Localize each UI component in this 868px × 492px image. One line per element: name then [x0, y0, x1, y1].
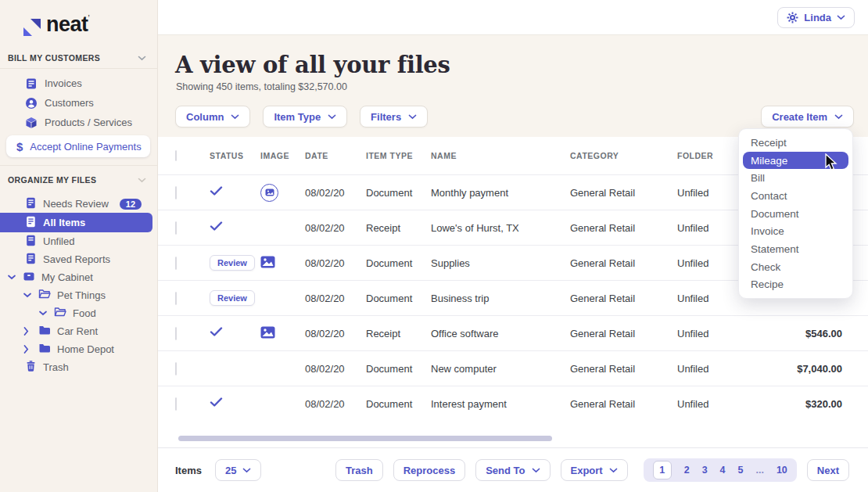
table-row[interactable]: 08/02/20 Document Interest payment Gener…	[158, 386, 868, 421]
chevron-down-icon[interactable]	[23, 293, 32, 298]
user-menu-button[interactable]: Linda	[777, 7, 855, 28]
button-label: Item Type	[274, 111, 321, 123]
sidebar-item-label: Pet Things	[57, 289, 106, 301]
chevron-down-icon[interactable]	[39, 311, 48, 316]
sidebar-item-home-depot[interactable]: Home Depot	[0, 340, 157, 358]
cell-category: General Retail	[570, 257, 677, 269]
cell-date: 08/02/20	[305, 363, 366, 375]
menu-item-recipe[interactable]: Recipe	[739, 276, 852, 294]
chevron-right-icon[interactable]	[23, 327, 32, 336]
menu-item-check[interactable]: Check	[739, 258, 852, 276]
row-checkbox[interactable]	[175, 257, 177, 270]
item-type-dropdown-button[interactable]: Item Type	[263, 106, 347, 127]
menu-item-statement[interactable]: Statement	[739, 240, 852, 258]
menu-item-bill[interactable]: Bill	[739, 169, 852, 187]
row-checkbox[interactable]	[175, 292, 177, 305]
next-page-button[interactable]: Next	[807, 459, 849, 481]
select-all-checkbox[interactable]	[175, 150, 177, 161]
image-square-icon[interactable]	[260, 326, 275, 339]
footer-actions: Trash Reprocess Send To Export 1 2	[335, 458, 849, 482]
sidebar-item-saved-reports[interactable]: Saved Reports	[0, 250, 157, 268]
menu-item-mileage[interactable]: Mileage	[743, 152, 848, 170]
page-size-dropdown[interactable]: 25	[215, 459, 261, 481]
dollar-icon: $	[16, 140, 23, 153]
menu-item-invoice[interactable]: Invoice	[739, 222, 852, 240]
horizontal-scrollbar[interactable]	[178, 436, 552, 441]
send-to-dropdown-button[interactable]: Send To	[475, 459, 550, 481]
sidebar-item-unfiled[interactable]: Unfiled	[0, 232, 157, 250]
export-dropdown-button[interactable]: Export	[561, 459, 628, 481]
column-header-image: IMAGE	[260, 151, 305, 160]
trash-button[interactable]: Trash	[335, 459, 383, 481]
sidebar-item-label: Home Depot	[57, 343, 114, 355]
column-header-item-type: ITEM TYPE	[366, 151, 431, 160]
page-button-1[interactable]: 1	[653, 461, 672, 479]
image-circle-icon[interactable]	[260, 184, 278, 202]
filters-dropdown-button[interactable]: Filters	[360, 106, 428, 127]
sidebar-item-label: Unfiled	[43, 235, 74, 247]
column-dropdown-button[interactable]: Column	[175, 106, 250, 127]
cell-date: 08/02/20	[305, 257, 366, 269]
row-checkbox[interactable]	[175, 362, 177, 375]
sidebar-item-pet-things[interactable]: Pet Things	[0, 286, 157, 304]
table-row[interactable]: 08/02/20 Document New computer General R…	[158, 350, 868, 386]
page-subtitle: Showing 450 items, totaling $32,570.00	[158, 80, 868, 92]
cell-item-type: Document	[366, 293, 431, 304]
cell-date: 08/02/20	[305, 293, 366, 304]
button-label: Send To	[486, 465, 525, 476]
section-title: BILL MY CUSTOMERS	[8, 53, 100, 63]
sidebar-item-invoices[interactable]: Invoices	[0, 74, 157, 93]
sidebar-item-trash[interactable]: Trash	[0, 358, 157, 376]
cell-category: General Retail	[570, 398, 677, 410]
table-footer: Items 25 Trash Reprocess Send To Exp	[158, 447, 868, 492]
chevron-down-icon	[837, 15, 845, 20]
review-status-badge[interactable]: Review	[210, 290, 255, 306]
cell-folder: Unfiled	[677, 398, 771, 410]
cell-name: Office software	[431, 328, 570, 339]
section-bill-my-customers[interactable]: BILL MY CUSTOMERS	[0, 47, 157, 69]
section-organize-my-files[interactable]: ORGANIZE MY FILES	[0, 165, 157, 190]
row-checkbox[interactable]	[175, 327, 177, 340]
folder-open-icon	[38, 289, 51, 302]
cell-amount: $546.00	[771, 328, 842, 339]
folder-icon	[38, 343, 51, 356]
cell-category: General Retail	[570, 222, 677, 234]
cell-name: Monthly payment	[431, 187, 570, 199]
table-row[interactable]: 08/02/20 Receipt Office software General…	[158, 315, 868, 350]
page-button-5[interactable]: 5	[738, 465, 744, 476]
row-checkbox[interactable]	[175, 186, 177, 199]
chevron-down-icon[interactable]	[8, 275, 16, 280]
sidebar-item-car-rent[interactable]: Car Rent	[0, 322, 157, 340]
page-button-3[interactable]: 3	[702, 465, 708, 476]
chevron-right-icon[interactable]	[23, 345, 32, 354]
cell-amount: $320.00	[771, 398, 842, 410]
row-checkbox[interactable]	[175, 397, 177, 411]
sidebar-item-needs-review[interactable]: Needs Review 12	[0, 195, 157, 213]
page-button-2[interactable]: 2	[684, 465, 690, 476]
create-item-menu: Receipt Mileage Bill Contact Document In…	[738, 128, 853, 299]
page-ellipsis: ...	[755, 465, 763, 476]
menu-item-document[interactable]: Document	[739, 205, 852, 223]
page-button-4[interactable]: 4	[720, 465, 726, 476]
sidebar-item-label: My Cabinet	[41, 271, 93, 283]
page-button-10[interactable]: 10	[777, 465, 787, 476]
sidebar-item-accept-online-payments[interactable]: $ Accept Online Payments	[6, 135, 150, 157]
neat-logo-icon	[23, 19, 41, 36]
reprocess-button[interactable]: Reprocess	[393, 459, 465, 481]
sidebar-item-customers[interactable]: Customers	[0, 93, 157, 113]
review-status-badge[interactable]: Review	[210, 255, 255, 271]
create-item-button[interactable]: Create Item	[761, 106, 854, 127]
sidebar-item-products-services[interactable]: Products / Services	[0, 113, 157, 132]
sidebar-item-my-cabinet[interactable]: My Cabinet	[0, 268, 157, 286]
cell-name: New computer	[431, 363, 570, 375]
neat-logo[interactable]: neatʼ	[0, 8, 157, 47]
menu-item-receipt[interactable]: Receipt	[739, 134, 852, 152]
sidebar-item-all-items[interactable]: All Items	[0, 213, 152, 232]
chevron-down-icon	[834, 114, 843, 120]
column-header-category: CATEGORY	[570, 151, 677, 160]
image-square-icon[interactable]	[260, 256, 275, 268]
row-checkbox[interactable]	[175, 221, 177, 235]
menu-item-contact[interactable]: Contact	[739, 187, 852, 205]
sidebar-item-label: Invoices	[45, 77, 82, 89]
sidebar-item-food[interactable]: Food	[0, 304, 157, 322]
